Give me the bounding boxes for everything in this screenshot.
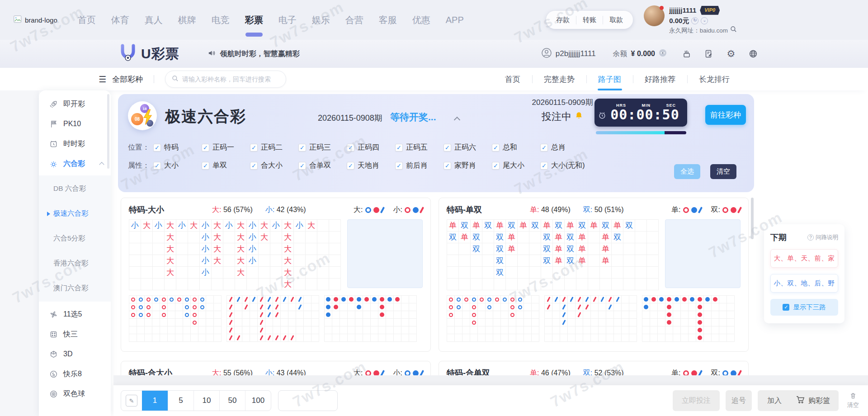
account-group[interactable]: p2bjjjjjjj1111: [541, 47, 596, 61]
sidebar-subitem-极速六合彩[interactable]: 极速六合彩: [39, 201, 111, 226]
chip-1[interactable]: 1: [142, 390, 168, 411]
chevron-down-icon[interactable]: ⌄: [701, 17, 708, 24]
nav-item-客服[interactable]: 客服: [371, 0, 405, 40]
sidebar-subitem-六合5分彩[interactable]: 六合5分彩: [39, 226, 111, 251]
checkbox-前后肖[interactable]: ✓前后肖: [395, 161, 443, 170]
place-bet-button[interactable]: 立即投注: [673, 390, 720, 411]
chip-5[interactable]: 5: [168, 390, 193, 411]
sidebar-item-六合彩[interactable]: 六合彩: [39, 154, 111, 174]
custom-amount-icon[interactable]: ✎: [126, 395, 137, 407]
go-to-lottery-button[interactable]: 前往彩种: [705, 105, 746, 125]
road-cell: [394, 326, 401, 334]
sidebar-item-11选5[interactable]: 11选5: [39, 304, 111, 324]
tab-完整走势[interactable]: 完整走势: [532, 68, 586, 90]
show-three-roads-toggle[interactable]: ✓ 显示下三路: [770, 299, 838, 316]
chip-100[interactable]: 100: [245, 390, 271, 411]
nav-item-APP[interactable]: APP: [438, 0, 472, 40]
nav-item-首页[interactable]: 首页: [70, 0, 104, 40]
sidebar-item-3D[interactable]: 3D: [39, 344, 111, 364]
checkbox-家野肖[interactable]: ✓家野肖: [443, 161, 492, 170]
avatar[interactable]: [644, 5, 665, 26]
tab-长龙排行[interactable]: 长龙排行: [687, 68, 741, 90]
bell-icon[interactable]: [575, 111, 583, 123]
sidebar-item-快乐8[interactable]: 快乐8: [39, 364, 111, 384]
checkbox-天地肖[interactable]: ✓天地肖: [347, 161, 395, 170]
checkbox-label: 总肖: [551, 143, 566, 152]
checkbox-尾大小[interactable]: ✓尾大小: [492, 161, 540, 170]
chase-number-button[interactable]: 追号: [726, 390, 752, 411]
checkbox-正码二[interactable]: ✓正码二: [250, 143, 298, 152]
checkbox-正码六[interactable]: ✓正码六: [443, 143, 492, 152]
wallet-action-转账[interactable]: 转账: [576, 16, 603, 24]
nav-item-体育[interactable]: 体育: [104, 0, 137, 40]
checkbox-正码三[interactable]: ✓正码三: [298, 143, 347, 152]
sidebar-subitem-澳门六合彩[interactable]: 澳门六合彩: [39, 276, 111, 301]
checkbox-总肖[interactable]: ✓总肖: [540, 143, 589, 152]
chip-50[interactable]: 50: [219, 390, 245, 411]
checkbox-单双[interactable]: ✓单双: [202, 161, 250, 170]
globe-icon[interactable]: [748, 48, 759, 59]
wallet-action-取款[interactable]: 取款: [603, 16, 629, 24]
search-input[interactable]: [182, 76, 279, 83]
sidebar-subitem-DB 六合彩[interactable]: DB 六合彩: [39, 176, 111, 201]
help-link[interactable]: 问路说明: [807, 234, 838, 241]
nav-item-棋牌[interactable]: 棋牌: [170, 0, 204, 40]
road-cell: [206, 311, 214, 318]
nav-item-彩票[interactable]: 彩票: [237, 0, 271, 40]
pen-holder-icon[interactable]: [681, 48, 692, 59]
refresh-icon[interactable]: ↻: [691, 17, 698, 24]
content-scrollbar-thumb[interactable]: [751, 198, 754, 239]
road-cell: [378, 303, 386, 311]
checkbox-合大小[interactable]: ✓合大小: [250, 161, 298, 170]
road-cell: [273, 303, 281, 311]
nav-item-电子[interactable]: 电子: [271, 0, 304, 40]
sidebar-item-快三[interactable]: 快三: [39, 324, 111, 344]
lottery-logo[interactable]: U彩票: [118, 44, 179, 64]
nav-item-真人[interactable]: 真人: [137, 0, 170, 40]
tab-首页[interactable]: 首页: [493, 68, 532, 90]
nav-item-电竞[interactable]: 电竞: [204, 0, 237, 40]
sidebar-item-即开彩[interactable]: 即开彩: [39, 94, 111, 114]
hamburger-icon[interactable]: ☰: [99, 74, 106, 85]
checkbox-大小[interactable]: ✓大小: [153, 161, 202, 170]
hollow-circle-icon: [162, 313, 166, 317]
bet-amount-input[interactable]: [278, 390, 338, 411]
wallet-action-存款[interactable]: 存款: [550, 16, 576, 24]
clear-selection-button[interactable]: 清空: [710, 164, 736, 179]
eye-icon[interactable]: [659, 49, 667, 59]
tab-好路推荐[interactable]: 好路推荐: [633, 68, 687, 90]
tab-路子图[interactable]: 路子图: [586, 68, 633, 90]
collapse-chevron-icon[interactable]: [454, 117, 460, 123]
sidebar-item-时时彩[interactable]: 时时彩: [39, 134, 111, 154]
checkbox-合单双[interactable]: ✓合单双: [298, 161, 347, 170]
nav-item-优惠[interactable]: 优惠: [405, 0, 438, 40]
road-cell: [183, 334, 191, 341]
settings-gear-icon[interactable]: ⚙: [726, 48, 736, 59]
add-button[interactable]: 加入: [760, 396, 789, 406]
clear-basket-button[interactable]: 清空: [847, 392, 859, 409]
checkbox-大小(无和)[interactable]: ✓大小(无和): [540, 161, 589, 170]
edit-note-icon[interactable]: [703, 48, 714, 59]
checkbox-总和[interactable]: ✓总和: [492, 143, 540, 152]
sidebar-item-双色球[interactable]: 双色球: [39, 384, 111, 404]
brand-logo[interactable]: brand-logo: [14, 15, 57, 25]
sidebar-scrollbar-thumb[interactable]: [107, 94, 109, 169]
chip-10[interactable]: 10: [193, 390, 219, 411]
checkbox-正码五[interactable]: ✓正码五: [395, 143, 443, 152]
road-cell: [642, 303, 650, 311]
road-cell: [153, 266, 165, 278]
checkbox-特码[interactable]: ✓特码: [153, 143, 202, 152]
checkbox-正码一[interactable]: ✓正码一: [202, 143, 250, 152]
select-all-button[interactable]: 全选: [674, 164, 700, 179]
all-lotteries-label[interactable]: 全部彩种: [112, 74, 143, 85]
checkbox-正码四[interactable]: ✓正码四: [347, 143, 395, 152]
road-cell: 单: [600, 243, 612, 255]
nav-item-合营[interactable]: 合营: [338, 0, 371, 40]
lottery-basket-button[interactable]: 购彩篮: [789, 396, 837, 406]
sidebar-subitem-香港六合彩[interactable]: 香港六合彩: [39, 251, 111, 276]
road-cell: [348, 318, 355, 326]
nav-item-娱乐[interactable]: 娱乐: [304, 0, 338, 40]
position-checkboxes: ✓特码✓正码一✓正码二✓正码三✓正码四✓正码五✓正码六✓总和✓总肖: [153, 143, 589, 152]
search-icon[interactable]: [730, 26, 737, 35]
sidebar-item-PK10[interactable]: PK10: [39, 114, 111, 134]
